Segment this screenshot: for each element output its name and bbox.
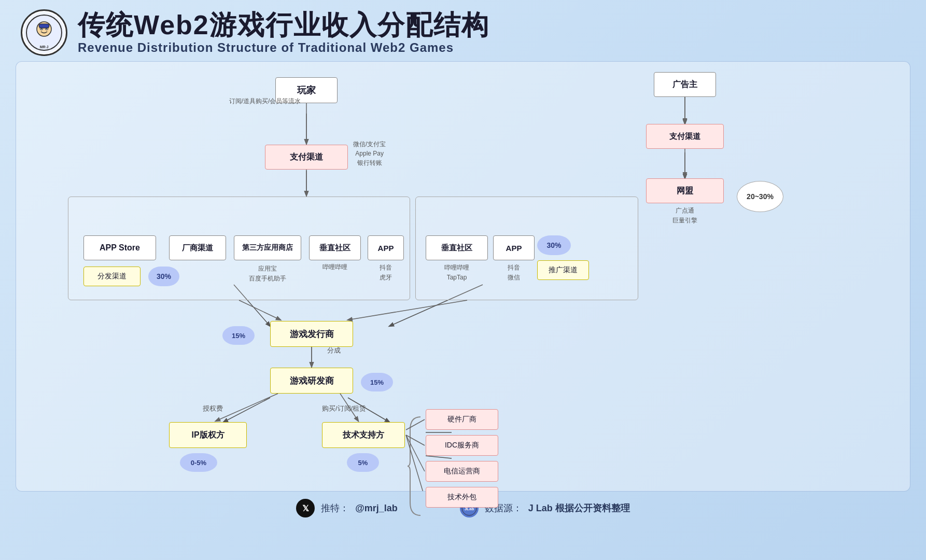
- distribution-channel: 分发渠道: [83, 267, 141, 286]
- pct-tech: 5%: [347, 453, 379, 472]
- app-sub-right: 抖音微信: [488, 263, 540, 283]
- revenue-share-label: 分成: [327, 346, 341, 355]
- diagram-container: 玩家 订阅/道具购买/会员等流水 支付渠道 微信/支付宝Apple Pay银行转…: [16, 61, 910, 492]
- app-left-box: APP: [368, 235, 404, 260]
- title-cn: 传统Web2游戏行业收入分配结构: [78, 10, 489, 40]
- license-fee-label: 授权费: [203, 404, 223, 413]
- hardware-vendor-box: 硬件厂商: [426, 409, 498, 430]
- app-right-box: APP: [493, 235, 535, 260]
- advertiser-box: 广告主: [654, 72, 716, 97]
- svg-line-20: [426, 456, 452, 458]
- svg-text:MR·J: MR·J: [40, 45, 49, 49]
- vertical-community-sub-left: 哔哩哔哩: [309, 263, 361, 272]
- speech-bubble: 20~30%: [737, 181, 783, 212]
- publisher-box: 游戏发行商: [270, 321, 353, 347]
- x-icon: 𝕏: [296, 499, 315, 517]
- payment-channel-right: 支付渠道: [646, 124, 724, 149]
- telecom-box: 电信运营商: [426, 461, 498, 482]
- tech-outsource-box: 技术外包: [426, 487, 498, 508]
- payment-channel-label: 微信/支付宝Apple Pay银行转账: [353, 139, 386, 167]
- developer-box: 游戏研发商: [270, 368, 353, 394]
- data-source-text: J Lab 根据公开资料整理: [528, 502, 630, 514]
- twitter-footer: 𝕏 推特： @mrj_lab: [296, 499, 398, 517]
- app-store-box: APP Store: [83, 235, 156, 260]
- network-alliance: 网盟: [646, 178, 724, 203]
- twitter-handle: @mrj_lab: [355, 503, 398, 514]
- logo-inner: MR·J: [23, 12, 65, 53]
- third-party-sub: 应用宝百度手机助手: [234, 264, 301, 284]
- payment-channel-left: 支付渠道: [265, 145, 348, 170]
- vertical-community-sub-right: 哔哩哔哩TapTap: [426, 263, 488, 283]
- purchase-label: 购买/订阅/租赁: [322, 404, 366, 413]
- svg-line-28: [216, 394, 278, 421]
- pct-15-publisher: 15%: [222, 326, 255, 345]
- pct-30-right: 30%: [537, 235, 571, 255]
- svg-line-25: [239, 300, 280, 320]
- player-label: 订阅/道具购买/会员等流水: [213, 97, 317, 106]
- third-party-box: 第三方应用商店: [234, 235, 301, 260]
- svg-rect-6: [39, 24, 49, 28]
- curly-brace: [408, 414, 423, 518]
- promotion-channel: 推广渠道: [537, 260, 589, 280]
- header-text: 传统Web2游戏行业收入分配结构 Revenue Distribution St…: [78, 10, 489, 54]
- title-en: Revenue Distribution Structure of Tradit…: [78, 40, 489, 55]
- svg-line-26: [348, 300, 467, 320]
- idc-service-box: IDC服务商: [426, 435, 498, 456]
- tech-support-box: 技术支持方: [322, 422, 405, 448]
- header: MR·J 传统Web2游戏行业收入分配结构 Revenue Distributi…: [0, 0, 926, 61]
- pct-ip: 0-5%: [180, 453, 217, 472]
- manufacturer-channel: 厂商渠道: [169, 235, 226, 260]
- vertical-community-left: 垂直社区: [309, 235, 361, 260]
- pct-30-left: 30%: [148, 267, 179, 286]
- twitter-label: 推特：: [321, 502, 349, 514]
- network-alliance-sub: 广点通巨量引擎: [646, 206, 724, 226]
- app-sub-left: 抖音虎牙: [362, 263, 409, 283]
- pct-15-developer: 15%: [361, 373, 393, 391]
- logo: MR·J: [21, 9, 67, 56]
- vertical-community-right: 垂直社区: [426, 235, 488, 260]
- ip-holder-box: IP版权方: [169, 422, 247, 448]
- svg-line-13: [223, 398, 270, 422]
